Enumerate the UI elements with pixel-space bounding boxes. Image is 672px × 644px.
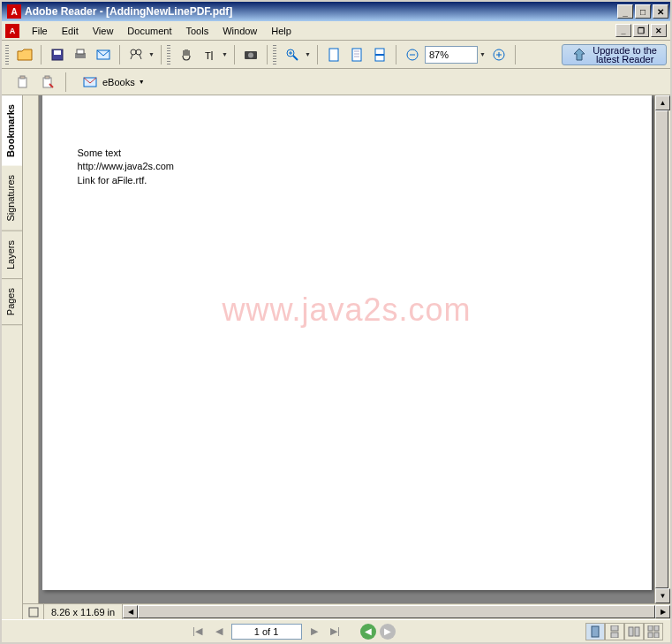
facing-view-button[interactable] bbox=[624, 623, 644, 640]
toolbar-grip bbox=[5, 45, 9, 64]
zoom-preset-dropdown[interactable]: ▼ bbox=[479, 51, 487, 57]
close-button[interactable]: ✕ bbox=[653, 4, 668, 19]
hand-tool-button[interactable] bbox=[176, 44, 197, 65]
first-page-button[interactable]: |◀ bbox=[189, 623, 207, 640]
menu-document[interactable]: Document bbox=[120, 23, 178, 39]
upgrade-button[interactable]: Upgrade to the latest Reader bbox=[562, 44, 667, 65]
svg-point-6 bbox=[136, 49, 141, 55]
document-viewport: Some text http://www.java2s.com Link for… bbox=[23, 95, 670, 619]
fit-actual-button[interactable] bbox=[323, 44, 344, 65]
zoom-in-plus-button[interactable] bbox=[488, 44, 510, 65]
continuous-facing-view-button[interactable] bbox=[644, 623, 663, 640]
single-page-view-button[interactable] bbox=[585, 623, 605, 640]
upgrade-icon bbox=[571, 47, 587, 63]
left-gutter bbox=[23, 95, 39, 603]
snapshot-button[interactable] bbox=[240, 44, 261, 65]
zoom-in-button[interactable] bbox=[282, 44, 303, 65]
prev-page-button[interactable]: ◀ bbox=[210, 623, 228, 640]
doc-restore-button[interactable]: ❐ bbox=[633, 24, 649, 37]
next-page-button[interactable]: ▶ bbox=[306, 623, 323, 640]
svg-rect-18 bbox=[43, 78, 51, 87]
doc-close-button[interactable]: ✕ bbox=[651, 24, 667, 37]
svg-rect-12 bbox=[352, 49, 361, 61]
vscroll-thumb[interactable] bbox=[655, 110, 668, 588]
watermark: www.java2s.com bbox=[42, 288, 652, 332]
zoom-out-button[interactable] bbox=[402, 44, 423, 65]
secondary-toolbar: eBooks ▼ bbox=[2, 69, 670, 95]
svg-rect-28 bbox=[654, 625, 659, 631]
ebooks-button[interactable]: eBooks ▼ bbox=[77, 72, 151, 92]
svg-rect-17 bbox=[20, 76, 25, 79]
svg-point-9 bbox=[248, 52, 253, 57]
menu-tools[interactable]: Tools bbox=[179, 23, 216, 39]
menu-view[interactable]: View bbox=[86, 23, 121, 39]
scroll-left-button[interactable]: ◀ bbox=[123, 605, 138, 618]
tab-layers[interactable]: Layers bbox=[2, 231, 22, 279]
last-page-button[interactable]: ▶| bbox=[327, 623, 344, 640]
open-button[interactable] bbox=[14, 44, 35, 65]
svg-rect-30 bbox=[654, 633, 659, 638]
hscroll-thumb[interactable] bbox=[138, 605, 655, 618]
text-select-button[interactable]: T bbox=[199, 44, 220, 65]
menu-bar: A File Edit View Document Tools Window H… bbox=[2, 21, 670, 41]
tab-bookmarks[interactable]: Bookmarks bbox=[2, 95, 22, 166]
zoom-input[interactable]: 87% bbox=[425, 46, 478, 64]
doc-minimize-button[interactable]: _ bbox=[615, 24, 631, 37]
menu-window[interactable]: Window bbox=[215, 23, 264, 39]
search-dropdown[interactable]: ▼ bbox=[148, 51, 155, 57]
tab-signatures[interactable]: Signatures bbox=[2, 166, 22, 231]
minimize-button[interactable]: _ bbox=[617, 4, 633, 19]
page-nav: |◀ ◀ 1 of 1 ▶ ▶| ◀ ▶ bbox=[189, 623, 396, 640]
document-icon: A bbox=[5, 24, 19, 38]
menu-file[interactable]: File bbox=[25, 23, 55, 39]
print-button[interactable] bbox=[70, 44, 91, 65]
search-button[interactable] bbox=[125, 44, 147, 65]
save-button[interactable] bbox=[47, 44, 68, 65]
svg-rect-22 bbox=[592, 626, 599, 637]
svg-text:T: T bbox=[205, 50, 211, 61]
app-icon: A bbox=[7, 4, 21, 19]
svg-rect-24 bbox=[611, 633, 618, 638]
svg-rect-19 bbox=[45, 76, 49, 79]
scroll-up-button[interactable]: ▲ bbox=[655, 95, 670, 110]
hscroll-track[interactable] bbox=[138, 605, 655, 618]
svg-rect-3 bbox=[77, 49, 84, 54]
fit-width-button[interactable] bbox=[369, 44, 390, 65]
nav-forward-button[interactable]: ▶ bbox=[380, 624, 396, 640]
email-button[interactable] bbox=[93, 44, 114, 65]
vertical-scrollbar[interactable]: ▲ ▼ bbox=[654, 95, 670, 603]
doc-line-1: Some text bbox=[78, 147, 616, 160]
content-area: Bookmarks Signatures Layers Pages Some t… bbox=[2, 95, 670, 619]
maximize-button[interactable]: □ bbox=[635, 4, 651, 19]
svg-rect-11 bbox=[329, 49, 338, 61]
horizontal-scrollbar[interactable]: ◀ ▶ bbox=[123, 605, 670, 618]
text-select-dropdown[interactable]: ▼ bbox=[222, 51, 229, 57]
nav-back-button[interactable]: ◀ bbox=[360, 624, 376, 640]
scroll-right-button[interactable]: ▶ bbox=[655, 605, 670, 618]
info-corner-icon[interactable] bbox=[23, 604, 44, 620]
vscroll-track[interactable] bbox=[655, 110, 670, 588]
doc-line-2: http://www.java2s.com bbox=[78, 160, 616, 173]
clipboard-button-2[interactable] bbox=[37, 72, 58, 93]
fit-page-button[interactable] bbox=[346, 44, 367, 65]
svg-rect-26 bbox=[635, 627, 639, 636]
scroll-down-button[interactable]: ▼ bbox=[655, 588, 670, 603]
side-panel-tabs: Bookmarks Signatures Layers Pages bbox=[2, 95, 23, 619]
menu-edit[interactable]: Edit bbox=[55, 23, 86, 39]
ebooks-chevron-icon: ▼ bbox=[139, 79, 145, 85]
clipboard-button-1[interactable] bbox=[12, 72, 34, 93]
tab-pages[interactable]: Pages bbox=[2, 279, 22, 325]
svg-rect-29 bbox=[648, 633, 653, 638]
svg-rect-16 bbox=[19, 78, 26, 87]
page-number-input[interactable]: 1 of 1 bbox=[231, 624, 302, 640]
document-scroll-area: Some text http://www.java2s.com Link for… bbox=[23, 95, 670, 603]
svg-rect-25 bbox=[629, 627, 633, 636]
app-window: A Adobe Reader - [AddingNewLinePDF.pdf] … bbox=[0, 0, 672, 644]
svg-rect-21 bbox=[29, 608, 38, 617]
continuous-view-button[interactable] bbox=[605, 623, 624, 640]
ebooks-icon bbox=[83, 76, 99, 88]
status-bar: |◀ ◀ 1 of 1 ▶ ▶| ◀ ▶ bbox=[2, 619, 670, 642]
svg-rect-23 bbox=[611, 625, 618, 631]
menu-help[interactable]: Help bbox=[264, 23, 298, 39]
zoom-dropdown[interactable]: ▼ bbox=[305, 51, 312, 57]
